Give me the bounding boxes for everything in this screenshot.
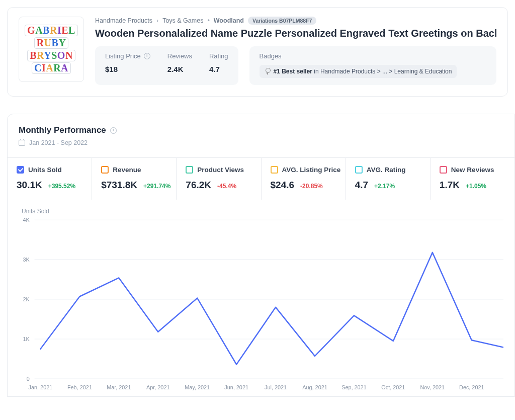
metric-label: Units Sold: [28, 166, 62, 174]
variations-badge[interactable]: Variations B07PLM88F7: [248, 17, 316, 25]
chart-series-label: Units Sold: [22, 208, 503, 215]
svg-text:Jul, 2021: Jul, 2021: [265, 384, 287, 390]
perf-title: Monthly Performance: [19, 125, 106, 135]
reviews-label: Reviews: [167, 52, 192, 60]
metric-delta: -45.4%: [217, 183, 236, 190]
metric-units[interactable]: Units Sold30.1K+395.52%: [8, 158, 92, 200]
info-icon[interactable]: [110, 127, 117, 134]
svg-text:Feb, 2021: Feb, 2021: [67, 384, 92, 390]
metric-label: AVG. Rating: [367, 166, 406, 174]
best-seller-badge[interactable]: #1 Best seller in Handmade Products > ..…: [260, 65, 457, 78]
metric-delta: +1.05%: [466, 183, 486, 190]
svg-text:2K: 2K: [23, 296, 30, 302]
metric-value: $731.8K: [101, 180, 137, 191]
breadcrumb-cat1[interactable]: Handmade Products: [95, 17, 152, 24]
badges-label: Badges: [260, 52, 457, 60]
svg-text:1K: 1K: [23, 336, 30, 342]
svg-text:Dec, 2021: Dec, 2021: [459, 384, 484, 390]
svg-text:Nov, 2021: Nov, 2021: [420, 384, 445, 390]
quick-stats-box: Listing Price $18 Reviews 2.4K Rating 4.…: [95, 46, 238, 85]
breadcrumb: Handmade Products › Toys & Games • Woodl…: [95, 17, 496, 25]
metric-price[interactable]: AVG. Listing Price$24.6-20.85%: [262, 158, 346, 200]
checkbox-icon: [17, 166, 24, 174]
listing-price-label: Listing Price: [105, 52, 141, 60]
checkbox-icon: [101, 166, 109, 174]
metric-selector-row: Units Sold30.1K+395.52%Revenue$731.8K+29…: [8, 157, 514, 200]
units-sold-line-chart: 01K2K3K4KJan, 2021Feb, 2021Mar, 2021Apr,…: [17, 218, 503, 391]
metric-label: Product Views: [197, 166, 244, 174]
metric-newrev[interactable]: New Reviews1.7K+1.05%: [431, 158, 514, 200]
perf-date-range[interactable]: Jan 2021 - Sep 2022: [29, 139, 88, 146]
metric-value: 76.2K: [186, 180, 211, 191]
metric-delta: +2.17%: [374, 183, 395, 190]
svg-text:Jan, 2021: Jan, 2021: [29, 384, 53, 390]
metric-value: 1.7K: [440, 180, 460, 191]
calendar-icon: [19, 140, 25, 146]
reviews-value: 2.4K: [167, 65, 192, 73]
svg-text:0: 0: [27, 376, 30, 382]
metric-value: 4.7: [355, 180, 368, 191]
checkbox-icon: [355, 166, 363, 174]
svg-text:Oct, 2021: Oct, 2021: [381, 384, 405, 390]
metric-label: Revenue: [113, 166, 141, 174]
metric-value: 30.1K: [17, 180, 42, 191]
checkbox-icon: [186, 166, 193, 174]
metric-views[interactable]: Product Views76.2K-45.4%: [177, 158, 261, 200]
metric-delta: -20.85%: [300, 183, 323, 190]
checkbox-icon: [440, 166, 447, 174]
medal-icon: [265, 68, 271, 75]
rating-label: Rating: [209, 52, 228, 60]
metric-value: $24.6: [271, 180, 295, 191]
metric-label: AVG. Listing Price: [282, 166, 341, 174]
listing-price-value: $18: [105, 65, 150, 73]
breadcrumb-cat2[interactable]: Toys & Games: [162, 17, 203, 24]
checkbox-icon: [271, 166, 278, 174]
svg-text:3K: 3K: [23, 257, 30, 263]
metric-rating[interactable]: AVG. Rating4.7+2.17%: [346, 158, 431, 200]
svg-text:Mar, 2021: Mar, 2021: [107, 384, 131, 390]
info-icon[interactable]: [144, 53, 150, 59]
svg-text:Sep, 2021: Sep, 2021: [341, 384, 366, 390]
metric-delta: +291.74%: [143, 183, 170, 190]
monthly-performance-panel: Monthly Performance Jan 2021 - Sep 2022 …: [7, 114, 515, 397]
product-image: GABRIEL RUBY BRYSON CIARA: [19, 17, 84, 82]
product-header-card: GABRIEL RUBY BRYSON CIARA Handmade Produ…: [7, 7, 508, 97]
svg-text:4K: 4K: [23, 218, 30, 223]
svg-text:Jun, 2021: Jun, 2021: [224, 384, 248, 390]
svg-text:Apr, 2021: Apr, 2021: [146, 384, 169, 390]
svg-text:Aug, 2021: Aug, 2021: [302, 384, 327, 390]
metric-label: New Reviews: [451, 166, 494, 174]
metric-rev[interactable]: Revenue$731.8K+291.74%: [92, 158, 177, 200]
product-title: Wooden Personalalized Name Puzzle Person…: [95, 28, 496, 39]
svg-text:May, 2021: May, 2021: [185, 384, 210, 390]
rating-value: 4.7: [209, 65, 228, 73]
metric-delta: +395.52%: [48, 183, 75, 190]
breadcrumb-brand[interactable]: Woodland: [214, 17, 244, 24]
badges-box: Badges #1 Best seller in Handmade Produc…: [249, 46, 496, 85]
